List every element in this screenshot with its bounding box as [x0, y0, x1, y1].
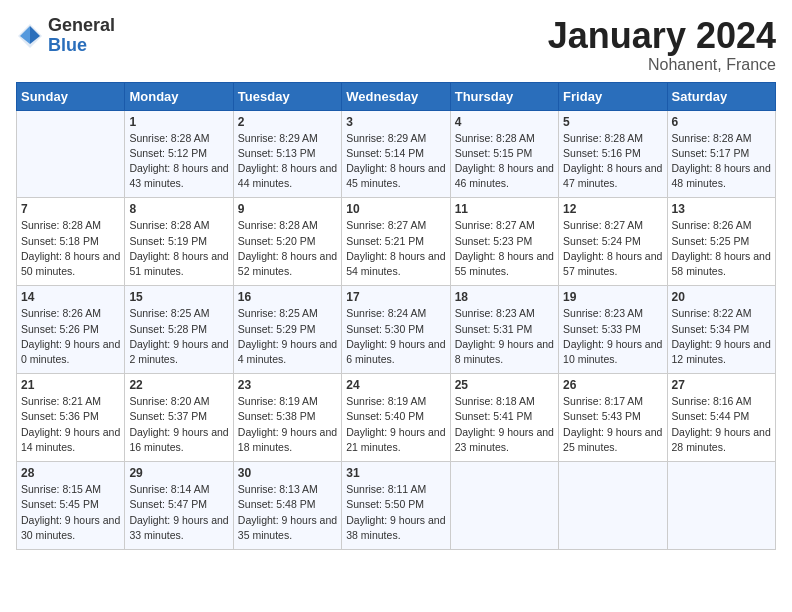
calendar-cell: 12Sunrise: 8:27 AMSunset: 5:24 PMDayligh… — [559, 198, 667, 286]
day-info: Sunrise: 8:16 AMSunset: 5:44 PMDaylight:… — [672, 394, 771, 455]
calendar-cell: 14Sunrise: 8:26 AMSunset: 5:26 PMDayligh… — [17, 286, 125, 374]
calendar-cell: 20Sunrise: 8:22 AMSunset: 5:34 PMDayligh… — [667, 286, 775, 374]
calendar-cell: 26Sunrise: 8:17 AMSunset: 5:43 PMDayligh… — [559, 374, 667, 462]
day-info: Sunrise: 8:27 AMSunset: 5:24 PMDaylight:… — [563, 218, 662, 279]
daylight-text: Daylight: 8 hours and 57 minutes. — [563, 249, 662, 279]
calendar-cell: 21Sunrise: 8:21 AMSunset: 5:36 PMDayligh… — [17, 374, 125, 462]
calendar-cell: 15Sunrise: 8:25 AMSunset: 5:28 PMDayligh… — [125, 286, 233, 374]
day-info: Sunrise: 8:28 AMSunset: 5:20 PMDaylight:… — [238, 218, 337, 279]
sunset-text: Sunset: 5:17 PM — [672, 146, 771, 161]
sunrise-text: Sunrise: 8:21 AM — [21, 394, 120, 409]
day-number: 29 — [129, 466, 228, 480]
sunset-text: Sunset: 5:31 PM — [455, 322, 554, 337]
calendar-cell: 22Sunrise: 8:20 AMSunset: 5:37 PMDayligh… — [125, 374, 233, 462]
daylight-text: Daylight: 8 hours and 48 minutes. — [672, 161, 771, 191]
day-number: 30 — [238, 466, 337, 480]
daylight-text: Daylight: 8 hours and 50 minutes. — [21, 249, 120, 279]
calendar-cell: 16Sunrise: 8:25 AMSunset: 5:29 PMDayligh… — [233, 286, 341, 374]
sunset-text: Sunset: 5:43 PM — [563, 409, 662, 424]
day-info: Sunrise: 8:25 AMSunset: 5:29 PMDaylight:… — [238, 306, 337, 367]
day-info: Sunrise: 8:21 AMSunset: 5:36 PMDaylight:… — [21, 394, 120, 455]
sunrise-text: Sunrise: 8:25 AM — [238, 306, 337, 321]
header-sunday: Sunday — [17, 82, 125, 110]
calendar-cell — [450, 462, 558, 550]
calendar-cell: 3Sunrise: 8:29 AMSunset: 5:14 PMDaylight… — [342, 110, 450, 198]
sunrise-text: Sunrise: 8:28 AM — [129, 218, 228, 233]
daylight-text: Daylight: 8 hours and 54 minutes. — [346, 249, 445, 279]
sunrise-text: Sunrise: 8:24 AM — [346, 306, 445, 321]
daylight-text: Daylight: 9 hours and 38 minutes. — [346, 513, 445, 543]
header-friday: Friday — [559, 82, 667, 110]
daylight-text: Daylight: 9 hours and 21 minutes. — [346, 425, 445, 455]
sunset-text: Sunset: 5:50 PM — [346, 497, 445, 512]
sunrise-text: Sunrise: 8:28 AM — [21, 218, 120, 233]
header-tuesday: Tuesday — [233, 82, 341, 110]
sunset-text: Sunset: 5:30 PM — [346, 322, 445, 337]
daylight-text: Daylight: 9 hours and 25 minutes. — [563, 425, 662, 455]
sunset-text: Sunset: 5:37 PM — [129, 409, 228, 424]
sunrise-text: Sunrise: 8:15 AM — [21, 482, 120, 497]
location-label: Nohanent, France — [548, 56, 776, 74]
day-info: Sunrise: 8:24 AMSunset: 5:30 PMDaylight:… — [346, 306, 445, 367]
calendar-cell: 6Sunrise: 8:28 AMSunset: 5:17 PMDaylight… — [667, 110, 775, 198]
sunset-text: Sunset: 5:23 PM — [455, 234, 554, 249]
calendar-header-row: SundayMondayTuesdayWednesdayThursdayFrid… — [17, 82, 776, 110]
sunrise-text: Sunrise: 8:28 AM — [129, 131, 228, 146]
day-number: 14 — [21, 290, 120, 304]
day-number: 16 — [238, 290, 337, 304]
sunset-text: Sunset: 5:18 PM — [21, 234, 120, 249]
calendar-cell: 10Sunrise: 8:27 AMSunset: 5:21 PMDayligh… — [342, 198, 450, 286]
logo-general-text: General — [48, 16, 115, 36]
logo-text: General Blue — [48, 16, 115, 56]
day-info: Sunrise: 8:29 AMSunset: 5:14 PMDaylight:… — [346, 131, 445, 192]
calendar-week-row: 1Sunrise: 8:28 AMSunset: 5:12 PMDaylight… — [17, 110, 776, 198]
calendar-cell: 25Sunrise: 8:18 AMSunset: 5:41 PMDayligh… — [450, 374, 558, 462]
calendar-cell: 9Sunrise: 8:28 AMSunset: 5:20 PMDaylight… — [233, 198, 341, 286]
header-wednesday: Wednesday — [342, 82, 450, 110]
day-number: 10 — [346, 202, 445, 216]
sunrise-text: Sunrise: 8:29 AM — [238, 131, 337, 146]
daylight-text: Daylight: 8 hours and 55 minutes. — [455, 249, 554, 279]
sunset-text: Sunset: 5:47 PM — [129, 497, 228, 512]
calendar-week-row: 21Sunrise: 8:21 AMSunset: 5:36 PMDayligh… — [17, 374, 776, 462]
day-info: Sunrise: 8:19 AMSunset: 5:38 PMDaylight:… — [238, 394, 337, 455]
sunrise-text: Sunrise: 8:28 AM — [455, 131, 554, 146]
day-info: Sunrise: 8:25 AMSunset: 5:28 PMDaylight:… — [129, 306, 228, 367]
sunset-text: Sunset: 5:34 PM — [672, 322, 771, 337]
sunset-text: Sunset: 5:21 PM — [346, 234, 445, 249]
sunrise-text: Sunrise: 8:11 AM — [346, 482, 445, 497]
calendar-cell — [667, 462, 775, 550]
day-number: 2 — [238, 115, 337, 129]
calendar-cell: 5Sunrise: 8:28 AMSunset: 5:16 PMDaylight… — [559, 110, 667, 198]
sunrise-text: Sunrise: 8:17 AM — [563, 394, 662, 409]
sunset-text: Sunset: 5:28 PM — [129, 322, 228, 337]
sunset-text: Sunset: 5:33 PM — [563, 322, 662, 337]
day-info: Sunrise: 8:28 AMSunset: 5:15 PMDaylight:… — [455, 131, 554, 192]
day-info: Sunrise: 8:15 AMSunset: 5:45 PMDaylight:… — [21, 482, 120, 543]
day-number: 28 — [21, 466, 120, 480]
day-number: 3 — [346, 115, 445, 129]
sunset-text: Sunset: 5:19 PM — [129, 234, 228, 249]
calendar-cell: 4Sunrise: 8:28 AMSunset: 5:15 PMDaylight… — [450, 110, 558, 198]
calendar-cell: 18Sunrise: 8:23 AMSunset: 5:31 PMDayligh… — [450, 286, 558, 374]
day-number: 21 — [21, 378, 120, 392]
day-number: 26 — [563, 378, 662, 392]
day-info: Sunrise: 8:14 AMSunset: 5:47 PMDaylight:… — [129, 482, 228, 543]
sunrise-text: Sunrise: 8:14 AM — [129, 482, 228, 497]
sunrise-text: Sunrise: 8:26 AM — [21, 306, 120, 321]
sunrise-text: Sunrise: 8:23 AM — [563, 306, 662, 321]
calendar-week-row: 7Sunrise: 8:28 AMSunset: 5:18 PMDaylight… — [17, 198, 776, 286]
day-info: Sunrise: 8:23 AMSunset: 5:31 PMDaylight:… — [455, 306, 554, 367]
day-number: 31 — [346, 466, 445, 480]
day-info: Sunrise: 8:28 AMSunset: 5:12 PMDaylight:… — [129, 131, 228, 192]
daylight-text: Daylight: 9 hours and 18 minutes. — [238, 425, 337, 455]
calendar-cell: 7Sunrise: 8:28 AMSunset: 5:18 PMDaylight… — [17, 198, 125, 286]
sunset-text: Sunset: 5:13 PM — [238, 146, 337, 161]
day-info: Sunrise: 8:27 AMSunset: 5:23 PMDaylight:… — [455, 218, 554, 279]
calendar-cell — [17, 110, 125, 198]
day-number: 18 — [455, 290, 554, 304]
daylight-text: Daylight: 9 hours and 35 minutes. — [238, 513, 337, 543]
sunrise-text: Sunrise: 8:13 AM — [238, 482, 337, 497]
sunrise-text: Sunrise: 8:22 AM — [672, 306, 771, 321]
calendar-cell: 31Sunrise: 8:11 AMSunset: 5:50 PMDayligh… — [342, 462, 450, 550]
